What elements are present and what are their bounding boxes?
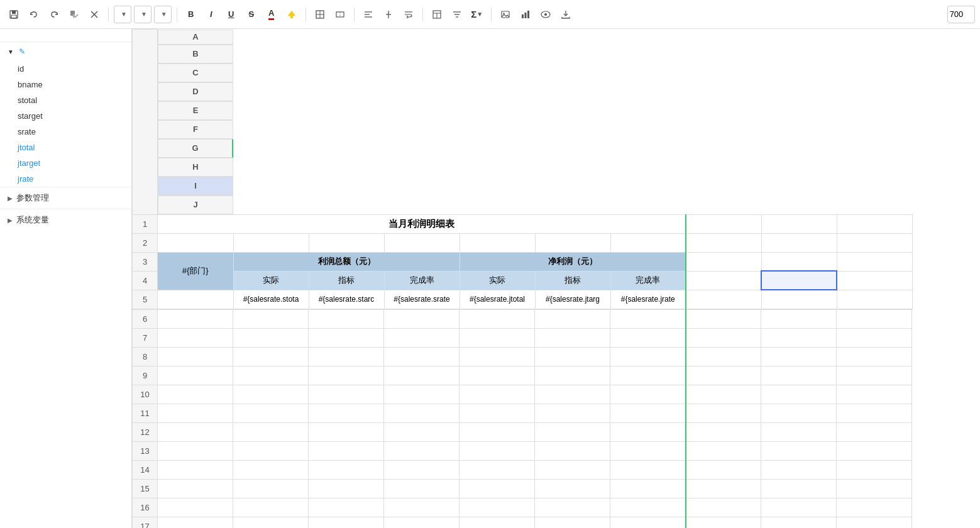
cell-6-2[interactable] bbox=[309, 309, 384, 328]
cell-15-1[interactable] bbox=[233, 479, 309, 498]
cell-12-2[interactable] bbox=[309, 422, 384, 441]
cell-9-4[interactable] bbox=[460, 366, 535, 385]
cell-11-8[interactable] bbox=[761, 404, 837, 422]
cell-7-0[interactable] bbox=[158, 328, 233, 347]
sidebar-field-bname[interactable]: bname bbox=[0, 77, 131, 92]
cell-10-2[interactable] bbox=[309, 385, 384, 404]
cell-8-6[interactable] bbox=[610, 347, 686, 366]
cell-5B-formula[interactable]: #{salesrate.stota bbox=[233, 290, 309, 309]
cell-6-3[interactable] bbox=[384, 309, 460, 328]
cell-15-0[interactable] bbox=[158, 479, 233, 498]
cell-9-5[interactable] bbox=[535, 366, 610, 385]
cell-4C-target[interactable]: 指标 bbox=[309, 271, 384, 290]
cell-2I[interactable] bbox=[761, 233, 837, 252]
cell-6-0[interactable] bbox=[158, 309, 233, 328]
sidebar-field-jtotal[interactable]: jtotal bbox=[0, 140, 131, 155]
cell-9-9[interactable] bbox=[837, 366, 912, 385]
cell-7-4[interactable] bbox=[460, 328, 535, 347]
cell-4D-rate[interactable]: 完成率 bbox=[384, 271, 460, 290]
cell-9-1[interactable] bbox=[233, 366, 309, 385]
merge-cells-button[interactable] bbox=[331, 6, 349, 23]
sysvars-section[interactable]: ▶ 系统变量 bbox=[0, 209, 131, 231]
cell-2H[interactable] bbox=[686, 233, 761, 252]
cell-1J[interactable] bbox=[837, 214, 912, 233]
cell-3I[interactable] bbox=[761, 252, 837, 271]
sysvars-arrow-icon[interactable]: ▶ bbox=[8, 217, 13, 224]
cell-14-8[interactable] bbox=[761, 460, 837, 479]
cell-15-8[interactable] bbox=[761, 479, 837, 498]
cell-2C[interactable] bbox=[309, 233, 384, 252]
cell-7-1[interactable] bbox=[233, 328, 309, 347]
cell-3E-net-header[interactable]: 净利润（元） bbox=[460, 252, 686, 271]
cell-10-7[interactable] bbox=[686, 385, 761, 404]
cell-16-9[interactable] bbox=[837, 498, 912, 517]
cell-12-5[interactable] bbox=[535, 422, 610, 441]
cell-7-8[interactable] bbox=[761, 328, 837, 347]
cell-14-4[interactable] bbox=[460, 460, 535, 479]
cell-14-5[interactable] bbox=[535, 460, 610, 479]
cell-9-3[interactable] bbox=[384, 366, 460, 385]
cell-2D[interactable] bbox=[384, 233, 460, 252]
sidebar-field-jrate[interactable]: jrate bbox=[0, 171, 131, 187]
cell-8-4[interactable] bbox=[460, 347, 535, 366]
export-button[interactable] bbox=[557, 6, 575, 23]
cell-2B[interactable] bbox=[233, 233, 309, 252]
cell-13-9[interactable] bbox=[837, 441, 912, 460]
params-section[interactable]: ▶ 参数管理 bbox=[0, 187, 131, 209]
cell-5E-formula[interactable]: #{salesrate.jtotal bbox=[460, 290, 535, 309]
cell-12-9[interactable] bbox=[837, 422, 912, 441]
cell-5H[interactable] bbox=[686, 290, 761, 309]
font-size-selector[interactable]: ▼ bbox=[154, 6, 172, 23]
font-color-button[interactable]: A bbox=[263, 6, 280, 23]
cell-16-8[interactable] bbox=[761, 498, 837, 517]
cell-11-2[interactable] bbox=[309, 404, 384, 422]
cell-8-5[interactable] bbox=[535, 347, 610, 366]
redo-button[interactable] bbox=[45, 6, 63, 23]
dataset-expand-icon[interactable]: ▼ bbox=[8, 48, 14, 55]
cell-8-2[interactable] bbox=[309, 347, 384, 366]
cell-11-0[interactable] bbox=[158, 404, 233, 422]
cell-1H[interactable] bbox=[686, 214, 761, 233]
cell-8-8[interactable] bbox=[761, 347, 837, 366]
sidebar-field-starget[interactable]: starget bbox=[0, 108, 131, 124]
title-cell[interactable]: 当月利润明细表 bbox=[158, 214, 686, 233]
cell-1I[interactable] bbox=[761, 214, 837, 233]
cell-14-7[interactable] bbox=[686, 460, 761, 479]
cell-15-4[interactable] bbox=[460, 479, 535, 498]
cell-17-7[interactable] bbox=[686, 517, 761, 528]
strikethrough-button[interactable]: S bbox=[243, 6, 260, 23]
cell-17-3[interactable] bbox=[384, 517, 460, 528]
cell-2F[interactable] bbox=[535, 233, 610, 252]
cell-16-0[interactable] bbox=[158, 498, 233, 517]
cell-13-2[interactable] bbox=[309, 441, 384, 460]
cell-9-2[interactable] bbox=[309, 366, 384, 385]
cell-13-7[interactable] bbox=[686, 441, 761, 460]
cell-15-9[interactable] bbox=[837, 479, 912, 498]
cell-11-7[interactable] bbox=[686, 404, 761, 422]
cell-8-0[interactable] bbox=[158, 347, 233, 366]
cell-5G-formula[interactable]: #{salesrate.jrate bbox=[610, 290, 686, 309]
cell-12-4[interactable] bbox=[460, 422, 535, 441]
cell-8-3[interactable] bbox=[384, 347, 460, 366]
cell-6-7[interactable] bbox=[686, 309, 761, 328]
cell-10-0[interactable] bbox=[158, 385, 233, 404]
cell-12-3[interactable] bbox=[384, 422, 460, 441]
cell-7-2[interactable] bbox=[309, 328, 384, 347]
cell-4B-actual[interactable]: 实际 bbox=[233, 271, 309, 290]
cell-15-3[interactable] bbox=[384, 479, 460, 498]
sidebar-field-id[interactable]: id bbox=[0, 61, 131, 77]
cell-8-9[interactable] bbox=[837, 347, 912, 366]
cell-10-5[interactable] bbox=[535, 385, 610, 404]
preview-button[interactable] bbox=[537, 6, 554, 23]
cell-6-8[interactable] bbox=[761, 309, 837, 328]
cell-5A[interactable] bbox=[158, 290, 234, 309]
cell-7-3[interactable] bbox=[384, 328, 460, 347]
cell-11-5[interactable] bbox=[535, 404, 610, 422]
cell-7-6[interactable] bbox=[610, 328, 686, 347]
insert-image-button[interactable] bbox=[497, 6, 514, 23]
cell-9-7[interactable] bbox=[686, 366, 761, 385]
cell-2G[interactable] bbox=[610, 233, 686, 252]
filter-button[interactable] bbox=[448, 6, 466, 23]
cell-13-4[interactable] bbox=[460, 441, 535, 460]
borders-button[interactable] bbox=[311, 6, 329, 23]
